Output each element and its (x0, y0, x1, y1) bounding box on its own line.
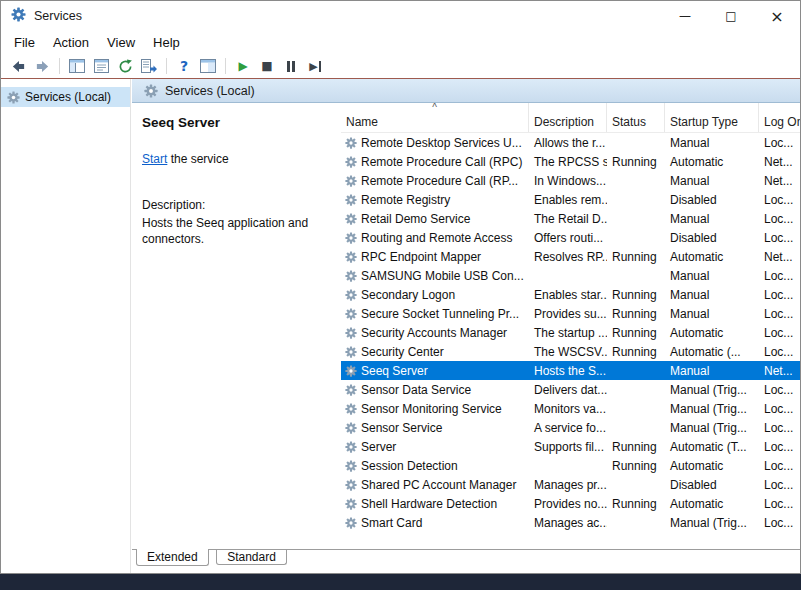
service-description-cell: The WSCSV... (529, 345, 607, 359)
service-gear-icon (345, 403, 357, 415)
service-description-cell: Offers routi... (529, 231, 607, 245)
table-row[interactable]: Remote Procedure Call (RP... In Windows.… (341, 171, 800, 190)
table-row[interactable]: Seeq Server Hosts the S... Manual Net... (341, 361, 800, 380)
refresh-button[interactable] (114, 56, 136, 77)
service-log-on-as-cell: Loc... (759, 231, 800, 245)
service-name-cell: Shell Hardware Detection (341, 497, 529, 511)
service-name-cell: Server (341, 440, 529, 454)
service-gear-icon (345, 498, 357, 510)
toolbar: ? ▶ ■ ▶ (1, 54, 800, 79)
minimize-button[interactable]: — (662, 1, 708, 31)
properties-icon (94, 59, 109, 73)
service-log-on-as-cell: Loc... (759, 345, 800, 359)
service-startup-type-cell: Disabled (665, 193, 759, 207)
service-description-cell: Provides no... (529, 497, 607, 511)
app-body: Services (Local) (1, 79, 800, 573)
service-description-cell: The Retail D... (529, 212, 607, 226)
service-gear-icon (345, 460, 357, 472)
tree-item-services-local[interactable]: Services (Local) (1, 87, 130, 107)
table-row[interactable]: Retail Demo Service The Retail D... Manu… (341, 209, 800, 228)
table-row[interactable]: Security Accounts Manager The startup ..… (341, 323, 800, 342)
table-row[interactable]: Sensor Service A service fo... Manual (T… (341, 418, 800, 437)
service-status-cell: Running (607, 459, 665, 473)
selected-service-title: Seeq Server (142, 115, 331, 130)
table-row[interactable]: Remote Procedure Call (RPC) The RPCSS s.… (341, 152, 800, 171)
table-row[interactable]: Smart Card Manages ac... Manual (Trig...… (341, 513, 800, 532)
stop-service-icon: ■ (261, 59, 272, 73)
table-row[interactable]: Server Supports fil... Running Automatic… (341, 437, 800, 456)
export-list-button[interactable] (138, 56, 160, 77)
service-log-on-as-cell: Net... (759, 364, 800, 378)
service-gear-icon (345, 422, 357, 434)
export-list-icon (141, 59, 158, 73)
table-row[interactable]: Remote Registry Enables rem... Disabled … (341, 190, 800, 209)
table-row[interactable]: Shared PC Account Manager Manages pr... … (341, 475, 800, 494)
service-name-cell: Secure Socket Tunneling Pr... (341, 307, 529, 321)
table-row[interactable]: Sensor Monitoring Service Monitors va...… (341, 399, 800, 418)
service-description-cell: Hosts the S... (529, 364, 607, 378)
restart-service-icon: ▶ (309, 60, 320, 73)
service-startup-type-cell: Manual (Trig... (665, 383, 759, 397)
service-gear-icon (345, 232, 357, 244)
service-status-cell: Running (607, 288, 665, 302)
service-gear-icon (345, 327, 357, 339)
table-row[interactable]: Secondary Logon Enables star... Running … (341, 285, 800, 304)
menu-item-action[interactable]: Action (44, 33, 98, 52)
table-row[interactable]: Session Detection Running Automatic Loc.… (341, 456, 800, 475)
back-button[interactable] (7, 56, 29, 77)
menu-item-help[interactable]: Help (144, 33, 189, 52)
service-name-cell: Remote Procedure Call (RPC) (341, 155, 529, 169)
menu-item-file[interactable]: File (5, 33, 44, 52)
service-action-line: Start the service (142, 152, 331, 166)
description-text: Hosts the Seeq application and connector… (142, 215, 332, 247)
tab-standard[interactable]: Standard (216, 550, 287, 565)
tab-extended[interactable]: Extended (136, 549, 209, 566)
service-startup-type-cell: Automatic (T... (665, 440, 759, 454)
service-startup-type-cell: Manual (665, 212, 759, 226)
table-row[interactable]: Secure Socket Tunneling Pr... Provides s… (341, 304, 800, 323)
maximize-button[interactable]: □ (708, 1, 754, 31)
column-header-status[interactable]: Status (607, 103, 665, 132)
table-row[interactable]: Shell Hardware Detection Provides no... … (341, 494, 800, 513)
show-console-tree-button[interactable] (66, 56, 88, 77)
toolbar-separator (166, 58, 167, 74)
column-header-name[interactable]: ^ Name (341, 103, 529, 132)
restart-service-button[interactable]: ▶ (304, 56, 326, 77)
service-log-on-as-cell: Net... (759, 250, 800, 264)
column-header-description[interactable]: Description (529, 103, 607, 132)
column-header-startup-type[interactable]: Startup Type (665, 103, 759, 132)
table-row[interactable]: RPC Endpoint Mapper Resolves RP... Runni… (341, 247, 800, 266)
service-gear-icon (345, 346, 357, 358)
service-gear-icon (345, 441, 357, 453)
view-panes-button[interactable] (197, 56, 219, 77)
start-service-link[interactable]: Start (142, 152, 167, 166)
service-log-on-as-cell: Loc... (759, 478, 800, 492)
forward-button[interactable] (31, 56, 53, 77)
service-status-cell: Running (607, 497, 665, 511)
service-log-on-as-cell: Loc... (759, 402, 800, 416)
table-row[interactable]: Routing and Remote Access Offers routi..… (341, 228, 800, 247)
service-description-cell: The startup ... (529, 326, 607, 340)
start-link-suffix: the service (167, 152, 228, 166)
service-description-cell: Delivers dat... (529, 383, 607, 397)
close-button[interactable]: × (754, 1, 800, 31)
service-gear-icon (345, 517, 357, 529)
services-list: Remote Desktop Services U... Allows the … (341, 133, 800, 549)
start-service-icon: ▶ (238, 59, 247, 73)
start-service-button[interactable]: ▶ (232, 56, 254, 77)
table-row[interactable]: Remote Desktop Services U... Allows the … (341, 133, 800, 152)
table-row[interactable]: Security Center The WSCSV... Running Aut… (341, 342, 800, 361)
menu-item-view[interactable]: View (98, 33, 144, 52)
service-description-cell: The RPCSS s... (529, 155, 607, 169)
table-row[interactable]: SAMSUNG Mobile USB Con... Manual Loc... (341, 266, 800, 285)
stop-service-button[interactable]: ■ (256, 56, 278, 77)
column-header-log-on-as[interactable]: Log On As (759, 103, 800, 132)
pause-service-button[interactable] (280, 56, 302, 77)
help-button[interactable]: ? (173, 56, 195, 77)
service-name-cell: Retail Demo Service (341, 212, 529, 226)
properties-button[interactable] (90, 56, 112, 77)
console-tree-pane: Services (Local) (1, 79, 131, 573)
service-log-on-as-cell: Loc... (759, 326, 800, 340)
table-row[interactable]: Sensor Data Service Delivers dat... Manu… (341, 380, 800, 399)
service-name-cell: Shared PC Account Manager (341, 478, 529, 492)
